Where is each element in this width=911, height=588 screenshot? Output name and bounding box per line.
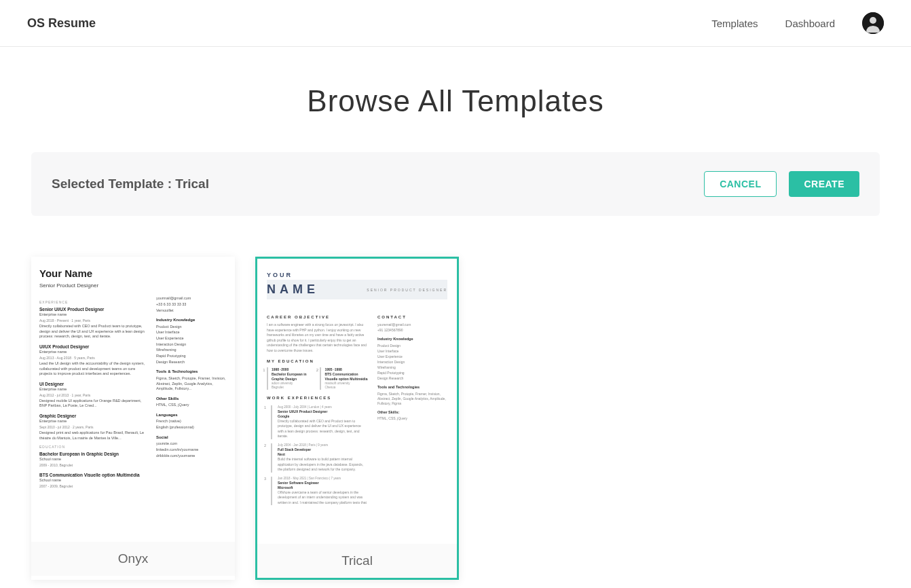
job-desc: Lead the UI design with the accountabili…: [39, 361, 149, 377]
section-head: CAREER OBJECTIVE: [267, 314, 368, 320]
work-desc: Directly collaborated with CEO and Produ…: [278, 419, 368, 439]
side-head: Industry Knowledge: [156, 317, 227, 323]
section-head: WORK EXPERIENCES: [267, 395, 368, 401]
template-name: Trical: [257, 544, 457, 578]
job-title: Senior UI/UX Product Designer: [39, 306, 149, 312]
edu-item: 2 1995 -1998 BTS Communication Visuelle …: [320, 367, 367, 390]
side-line: Rapid Prototyping: [377, 371, 447, 375]
side-line: Figma, Sketch, Protopie, Framer, Invisio…: [377, 392, 447, 406]
work-item: 1 Aug 2000 - July 2004 | London | 4 year…: [271, 405, 368, 439]
selection-label: Selected Template : Trical: [52, 177, 209, 191]
work-title: Senior UI/UX Product Designer: [278, 409, 368, 414]
nav-dashboard[interactable]: Dashboard: [785, 18, 835, 29]
work-title: Senior Software Engineer: [278, 481, 368, 485]
selection-actions: CANCEL CREATE: [704, 171, 859, 197]
work-desc: Offshore overcame a team of senior devel…: [278, 490, 368, 506]
preview-name1: YOUR: [267, 271, 447, 280]
job: Graphic Designer Enterprise name Sept 20…: [39, 413, 149, 441]
avatar-icon: [862, 12, 884, 34]
cancel-button[interactable]: CANCEL: [704, 171, 777, 197]
edu-num: 1: [261, 367, 267, 373]
side-head: Other Skills: [156, 396, 227, 401]
section-head: MY EDUCATION: [267, 359, 368, 364]
edu-title: Bachelor European in Graphic Design: [272, 372, 314, 382]
work-num: 1: [264, 405, 266, 411]
side-line: Design Research: [156, 360, 227, 365]
edu-school: School name: [39, 457, 149, 462]
work-item: 3 Jan 2018 - May 2021 | San Francisco | …: [271, 477, 368, 506]
contact-line: yourmail@gmail.com: [156, 296, 227, 301]
job-title: UI Designer: [39, 381, 149, 387]
side-line: Design Research: [377, 376, 447, 381]
job-desc: Designed print and web applications for …: [39, 430, 149, 441]
preview-name: Your Name: [39, 266, 227, 280]
job-desc: Directly collaborated with CEO and Produ…: [39, 324, 149, 339]
side-head: Industry Knowledge: [377, 337, 447, 342]
create-button[interactable]: CREATE: [789, 171, 859, 197]
edu-date: 1995 -1998: [324, 367, 367, 372]
objective-text: I am a software engineer with a strong f…: [267, 323, 368, 353]
work-company: Next: [278, 452, 368, 457]
work-num: 3: [264, 477, 266, 482]
nav-templates[interactable]: Templates: [711, 18, 758, 29]
svg-point-1: [870, 17, 876, 24]
job-title: UI/UX Product Designer: [39, 344, 149, 350]
section-head: CONTACT: [377, 314, 447, 320]
template-card-onyx[interactable]: Your Name Senior Product Designer EXPERI…: [31, 257, 235, 580]
side-line: Wireframing: [156, 348, 227, 353]
work-company: Google: [278, 414, 368, 419]
edu: Bachelor European in Graphic Design Scho…: [39, 451, 149, 468]
preview-subtitle: Senior Product Designer: [39, 282, 227, 289]
job-dates: Sept 2010 - jul 2012 · 2 years, Paris: [39, 425, 149, 430]
selection-bar: Selected Template : Trical CANCEL CREATE: [31, 152, 880, 216]
edu-title: BTS Communication Visuelle option Multim…: [39, 472, 149, 478]
side-line: linkedin.com/in/yourname: [156, 447, 227, 453]
side-head: Tools & Technologies: [156, 369, 227, 374]
edu: BTS Communication Visuelle option Multim…: [39, 472, 149, 489]
contact-line: Vernouillet: [156, 308, 227, 314]
side-line: English (professionnal): [156, 425, 227, 430]
work-company: Microsoft: [278, 485, 368, 490]
work-item: 2 July 2004 - Jan 2018 | Paris | 9 years…: [271, 443, 368, 473]
side-head: Languages: [156, 412, 227, 418]
side-line: User Experience: [377, 354, 447, 359]
job-desc: Designed mobile UI applications for Oran…: [39, 399, 149, 409]
job-company: Enterprise name: [39, 387, 149, 392]
avatar[interactable]: [862, 12, 884, 34]
edu-city: Bagnolet: [272, 386, 314, 390]
contact-line: youremail@gmail.com: [377, 323, 447, 327]
template-preview: Your Name Senior Product Designer EXPERI…: [31, 257, 235, 542]
template-card-trical[interactable]: YOUR NAME SENIOR PRODUCT DESIGNER CAREER…: [255, 257, 459, 580]
edu-title: BTS Communication Visuelle option Multim…: [324, 372, 367, 382]
side-line: HTML, CSS, jQuery: [156, 403, 227, 408]
side-line: Interaction Design: [156, 342, 227, 348]
job: UI/UX Product Designer Enterprise name A…: [39, 344, 149, 377]
edu-dates: 2007 - 2009, Bagnolet: [39, 484, 149, 489]
edu-item: 1 1998 -2000 Bachelor European in Graphi…: [267, 367, 314, 390]
page-title: Browse All Templates: [0, 84, 911, 118]
preview-name2: NAME: [267, 281, 319, 298]
side-line: Product Design: [377, 344, 447, 348]
edu-school: School name: [39, 478, 149, 483]
edu-dates: 2009 - 2010, Bagnolet: [39, 463, 149, 468]
section-head: EDUCATION: [39, 445, 149, 449]
section-head: EXPERIENCE: [39, 300, 149, 305]
side-line: Rapid Prototyping: [156, 354, 227, 359]
side-head: Tools and Technologies: [377, 385, 447, 390]
job-dates: Aug 2012 - jul 2013 · 1 year, Paris: [39, 393, 149, 398]
edu-city: Chenoa: [324, 386, 367, 390]
job-title: Graphic Designer: [39, 413, 149, 419]
logo[interactable]: OS Resume: [27, 16, 96, 31]
nav: Templates Dashboard: [711, 12, 884, 34]
side-line: User Experience: [156, 336, 227, 342]
side-head: Other Skills:: [377, 410, 447, 416]
side-line: HTML, CSS, jQuery: [377, 416, 447, 421]
templates-grid: Your Name Senior Product Designer EXPERI…: [31, 257, 880, 588]
work-title: Full Stack Developer: [278, 447, 368, 452]
header: OS Resume Templates Dashboard: [0, 0, 911, 47]
work-num: 2: [264, 443, 266, 449]
side-line: Figma, Sketch, Protopie, Framer, Invisio…: [156, 376, 227, 392]
job-company: Enterprise name: [39, 419, 149, 424]
side-line: User Interface: [156, 330, 227, 335]
job-dates: Aug 2018 - Present · 1 year, Paris: [39, 318, 149, 323]
